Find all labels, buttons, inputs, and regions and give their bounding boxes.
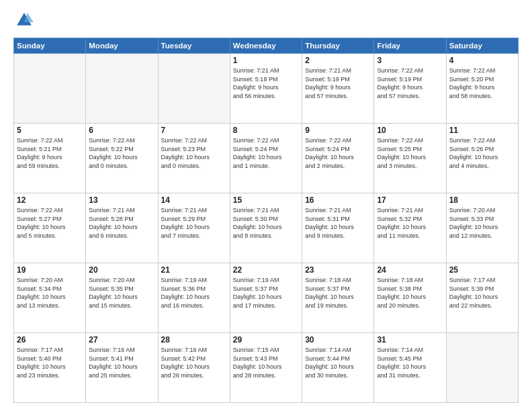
day-number: 31 <box>377 335 443 345</box>
day-info: Sunrise: 7:21 AM Sunset: 5:32 PM Dayligh… <box>377 206 443 240</box>
calendar-cell <box>86 54 158 124</box>
calendar-cell: 23Sunrise: 7:18 AM Sunset: 5:37 PM Dayli… <box>302 263 374 333</box>
day-info: Sunrise: 7:17 AM Sunset: 5:39 PM Dayligh… <box>449 276 515 310</box>
day-number: 30 <box>305 335 371 345</box>
day-number: 17 <box>377 195 443 205</box>
logo-icon <box>15 11 34 30</box>
calendar-cell: 4Sunrise: 7:22 AM Sunset: 5:20 PM Daylig… <box>446 54 518 124</box>
day-info: Sunrise: 7:22 AM Sunset: 5:25 PM Dayligh… <box>377 136 443 170</box>
calendar-cell: 13Sunrise: 7:21 AM Sunset: 5:28 PM Dayli… <box>86 193 158 263</box>
day-info: Sunrise: 7:18 AM Sunset: 5:37 PM Dayligh… <box>305 276 371 310</box>
day-info: Sunrise: 7:14 AM Sunset: 5:45 PM Dayligh… <box>377 346 443 379</box>
logo <box>13 11 36 32</box>
calendar-cell: 14Sunrise: 7:21 AM Sunset: 5:29 PM Dayli… <box>158 193 230 263</box>
calendar-cell <box>446 333 518 403</box>
calendar-cell: 28Sunrise: 7:16 AM Sunset: 5:42 PM Dayli… <box>158 333 230 403</box>
calendar-day-header: Sunday <box>14 38 86 54</box>
day-info: Sunrise: 7:14 AM Sunset: 5:44 PM Dayligh… <box>305 346 371 379</box>
day-number: 21 <box>161 265 227 275</box>
day-number: 3 <box>377 56 443 65</box>
calendar-cell: 9Sunrise: 7:22 AM Sunset: 5:24 PM Daylig… <box>302 124 374 193</box>
calendar-week-row: 5Sunrise: 7:22 AM Sunset: 5:21 PM Daylig… <box>14 124 519 193</box>
day-number: 12 <box>17 195 83 205</box>
calendar-cell <box>14 54 86 124</box>
calendar-cell: 29Sunrise: 7:15 AM Sunset: 5:43 PM Dayli… <box>230 333 302 403</box>
day-number: 4 <box>449 56 515 65</box>
calendar-cell: 20Sunrise: 7:20 AM Sunset: 5:35 PM Dayli… <box>86 263 158 333</box>
day-number: 7 <box>161 126 227 135</box>
calendar-cell: 26Sunrise: 7:17 AM Sunset: 5:40 PM Dayli… <box>14 333 86 403</box>
day-info: Sunrise: 7:22 AM Sunset: 5:24 PM Dayligh… <box>305 136 371 170</box>
calendar-week-row: 1Sunrise: 7:21 AM Sunset: 5:18 PM Daylig… <box>14 54 519 124</box>
calendar-cell: 22Sunrise: 7:19 AM Sunset: 5:37 PM Dayli… <box>230 263 302 333</box>
day-number: 26 <box>17 335 83 345</box>
page: SundayMondayTuesdayWednesdayThursdayFrid… <box>0 0 532 411</box>
day-number: 19 <box>17 265 83 275</box>
calendar-cell: 16Sunrise: 7:21 AM Sunset: 5:31 PM Dayli… <box>302 193 374 263</box>
day-number: 14 <box>161 195 227 205</box>
day-number: 22 <box>233 265 299 275</box>
day-number: 24 <box>377 265 443 275</box>
day-info: Sunrise: 7:22 AM Sunset: 5:23 PM Dayligh… <box>161 136 227 170</box>
calendar-header-row: SundayMondayTuesdayWednesdayThursdayFrid… <box>14 38 519 54</box>
day-info: Sunrise: 7:15 AM Sunset: 5:43 PM Dayligh… <box>233 346 299 379</box>
day-number: 13 <box>89 195 154 205</box>
calendar-cell: 10Sunrise: 7:22 AM Sunset: 5:25 PM Dayli… <box>374 124 446 193</box>
calendar-cell: 17Sunrise: 7:21 AM Sunset: 5:32 PM Dayli… <box>374 193 446 263</box>
header <box>13 11 519 32</box>
day-info: Sunrise: 7:21 AM Sunset: 5:30 PM Dayligh… <box>233 206 299 240</box>
day-info: Sunrise: 7:17 AM Sunset: 5:40 PM Dayligh… <box>17 346 83 379</box>
calendar-cell: 6Sunrise: 7:22 AM Sunset: 5:22 PM Daylig… <box>86 124 158 193</box>
calendar-cell: 18Sunrise: 7:20 AM Sunset: 5:33 PM Dayli… <box>446 193 518 263</box>
calendar-cell: 31Sunrise: 7:14 AM Sunset: 5:45 PM Dayli… <box>374 333 446 403</box>
calendar-week-row: 26Sunrise: 7:17 AM Sunset: 5:40 PM Dayli… <box>14 333 519 403</box>
day-number: 20 <box>89 265 154 275</box>
day-info: Sunrise: 7:16 AM Sunset: 5:41 PM Dayligh… <box>89 346 154 379</box>
calendar-day-header: Wednesday <box>230 38 302 54</box>
day-number: 29 <box>233 335 299 345</box>
day-info: Sunrise: 7:21 AM Sunset: 5:19 PM Dayligh… <box>305 66 371 100</box>
day-number: 18 <box>449 195 515 205</box>
calendar-cell: 21Sunrise: 7:19 AM Sunset: 5:36 PM Dayli… <box>158 263 230 333</box>
day-info: Sunrise: 7:22 AM Sunset: 5:21 PM Dayligh… <box>17 136 83 170</box>
day-info: Sunrise: 7:19 AM Sunset: 5:37 PM Dayligh… <box>233 276 299 310</box>
day-info: Sunrise: 7:22 AM Sunset: 5:26 PM Dayligh… <box>449 136 515 170</box>
day-number: 9 <box>305 126 371 135</box>
day-info: Sunrise: 7:21 AM Sunset: 5:28 PM Dayligh… <box>89 206 154 240</box>
day-info: Sunrise: 7:16 AM Sunset: 5:42 PM Dayligh… <box>161 346 227 379</box>
calendar-cell: 11Sunrise: 7:22 AM Sunset: 5:26 PM Dayli… <box>446 124 518 193</box>
calendar-cell: 19Sunrise: 7:20 AM Sunset: 5:34 PM Dayli… <box>14 263 86 333</box>
day-number: 1 <box>233 56 299 65</box>
calendar-cell: 24Sunrise: 7:18 AM Sunset: 5:38 PM Dayli… <box>374 263 446 333</box>
day-info: Sunrise: 7:22 AM Sunset: 5:27 PM Dayligh… <box>17 206 83 240</box>
day-number: 5 <box>17 126 83 135</box>
day-number: 10 <box>377 126 443 135</box>
calendar-day-header: Monday <box>86 38 158 54</box>
calendar-table: SundayMondayTuesdayWednesdayThursdayFrid… <box>13 38 519 403</box>
day-info: Sunrise: 7:22 AM Sunset: 5:20 PM Dayligh… <box>449 66 515 100</box>
day-number: 6 <box>89 126 154 135</box>
calendar-cell: 1Sunrise: 7:21 AM Sunset: 5:18 PM Daylig… <box>230 54 302 124</box>
day-number: 27 <box>89 335 154 345</box>
day-info: Sunrise: 7:20 AM Sunset: 5:34 PM Dayligh… <box>17 276 83 310</box>
calendar-cell: 2Sunrise: 7:21 AM Sunset: 5:19 PM Daylig… <box>302 54 374 124</box>
day-number: 15 <box>233 195 299 205</box>
calendar-cell: 12Sunrise: 7:22 AM Sunset: 5:27 PM Dayli… <box>14 193 86 263</box>
calendar-cell: 25Sunrise: 7:17 AM Sunset: 5:39 PM Dayli… <box>446 263 518 333</box>
calendar-day-header: Tuesday <box>158 38 230 54</box>
day-number: 23 <box>305 265 371 275</box>
calendar-cell: 3Sunrise: 7:22 AM Sunset: 5:19 PM Daylig… <box>374 54 446 124</box>
calendar-cell: 8Sunrise: 7:22 AM Sunset: 5:24 PM Daylig… <box>230 124 302 193</box>
day-info: Sunrise: 7:20 AM Sunset: 5:35 PM Dayligh… <box>89 276 154 310</box>
calendar-day-header: Saturday <box>446 38 518 54</box>
day-info: Sunrise: 7:20 AM Sunset: 5:33 PM Dayligh… <box>449 206 515 240</box>
calendar-cell: 27Sunrise: 7:16 AM Sunset: 5:41 PM Dayli… <box>86 333 158 403</box>
day-info: Sunrise: 7:22 AM Sunset: 5:24 PM Dayligh… <box>233 136 299 170</box>
day-info: Sunrise: 7:21 AM Sunset: 5:18 PM Dayligh… <box>233 66 299 100</box>
calendar-cell: 7Sunrise: 7:22 AM Sunset: 5:23 PM Daylig… <box>158 124 230 193</box>
day-number: 2 <box>305 56 371 65</box>
day-info: Sunrise: 7:21 AM Sunset: 5:31 PM Dayligh… <box>305 206 371 240</box>
calendar-day-header: Thursday <box>302 38 374 54</box>
calendar-cell: 5Sunrise: 7:22 AM Sunset: 5:21 PM Daylig… <box>14 124 86 193</box>
day-number: 25 <box>449 265 515 275</box>
